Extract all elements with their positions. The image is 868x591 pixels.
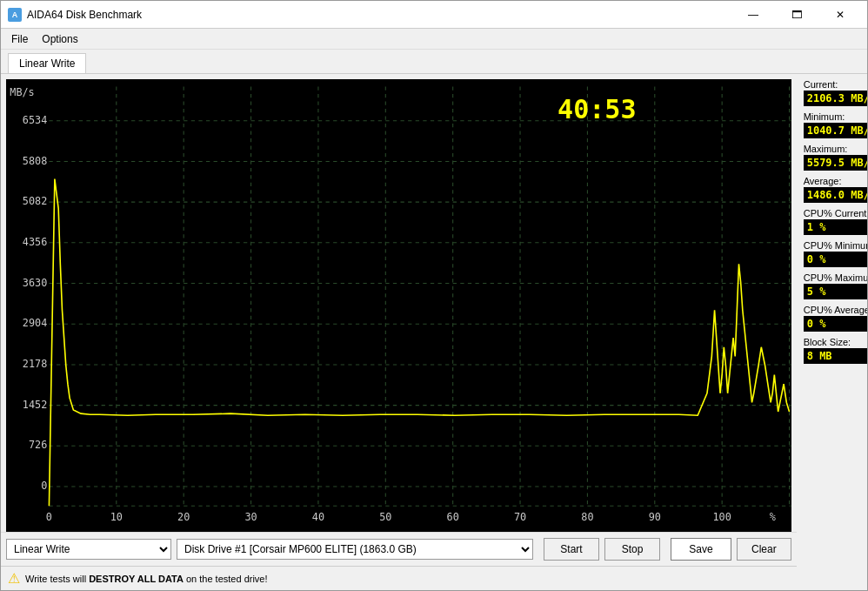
svg-text:30: 30 xyxy=(244,511,257,523)
menu-bar: File Options xyxy=(1,29,867,50)
start-button[interactable]: Start xyxy=(544,538,599,561)
tab-linear-write[interactable]: Linear Write xyxy=(8,53,86,73)
stat-average: Average: 1486.0 MB/s xyxy=(804,176,867,203)
average-label: Average: xyxy=(804,176,867,186)
stat-cpu-minimum: CPU% Minimum: 0 % xyxy=(804,240,867,267)
save-button[interactable]: Save xyxy=(671,538,731,561)
svg-text:2178: 2178 xyxy=(23,358,47,370)
svg-rect-0 xyxy=(6,79,791,532)
cpu-current-label: CPU% Current: xyxy=(804,208,867,218)
block-size-value: 8 MB xyxy=(804,348,867,364)
svg-text:%: % xyxy=(770,511,776,523)
close-button[interactable]: ✕ xyxy=(820,3,860,27)
stat-block-size: Block Size: 8 MB xyxy=(804,337,867,364)
svg-text:40: 40 xyxy=(312,511,324,523)
stat-cpu-average: CPU% Average: 0 % xyxy=(804,305,867,332)
svg-text:50: 50 xyxy=(379,511,391,523)
svg-text:70: 70 xyxy=(514,511,526,523)
minimize-button[interactable]: — xyxy=(733,3,773,27)
svg-text:20: 20 xyxy=(177,511,190,523)
stat-current: Current: 2106.3 MB/s xyxy=(804,79,867,106)
current-value: 2106.3 MB/s xyxy=(804,91,867,106)
app-icon: A xyxy=(8,8,22,22)
clear-button[interactable]: Clear xyxy=(737,538,791,561)
svg-text:90: 90 xyxy=(649,511,661,523)
stat-cpu-maximum: CPU% Maximum: 5 % xyxy=(804,272,867,299)
cpu-average-label: CPU% Average: xyxy=(804,305,867,315)
svg-text:5082: 5082 xyxy=(23,195,47,207)
stop-button[interactable]: Stop xyxy=(604,538,660,561)
block-size-label: Block Size: xyxy=(804,337,867,347)
svg-text:726: 726 xyxy=(29,440,47,452)
minimum-value: 1040.7 MB/s xyxy=(804,123,867,138)
svg-text:MB/s: MB/s xyxy=(10,86,34,98)
menu-file[interactable]: File xyxy=(4,31,35,47)
cpu-maximum-label: CPU% Maximum: xyxy=(804,272,867,283)
warning-bar: ⚠ Write tests will DESTROY ALL DATA on t… xyxy=(1,566,797,590)
main-area: 6534 5808 5082 4356 3630 2904 2178 1452 … xyxy=(1,74,867,590)
svg-text:10: 10 xyxy=(110,511,123,523)
test-type-select[interactable]: Linear Write xyxy=(6,539,171,560)
warning-icon: ⚠ xyxy=(8,570,20,587)
svg-text:1452: 1452 xyxy=(23,399,47,411)
svg-text:5808: 5808 xyxy=(23,155,47,167)
drive-select[interactable]: Disk Drive #1 [Corsair MP600 ELITE] (186… xyxy=(177,539,533,560)
warning-text: Write tests will DESTROY ALL DATA on the… xyxy=(25,574,268,584)
maximize-button[interactable]: 🗖 xyxy=(777,3,817,27)
cpu-current-value: 1 % xyxy=(804,219,867,235)
menu-options[interactable]: Options xyxy=(35,31,84,47)
main-window: A AIDA64 Disk Benchmark — 🗖 ✕ File Optio… xyxy=(0,0,868,591)
cpu-maximum-value: 5 % xyxy=(804,284,867,299)
cpu-average-value: 0 % xyxy=(804,316,867,332)
svg-text:40:53: 40:53 xyxy=(558,94,637,124)
average-value: 1486.0 MB/s xyxy=(804,187,867,203)
svg-text:3630: 3630 xyxy=(23,277,47,289)
chart-svg: 6534 5808 5082 4356 3630 2904 2178 1452 … xyxy=(6,79,791,532)
cpu-minimum-label: CPU% Minimum: xyxy=(804,240,867,251)
svg-text:4356: 4356 xyxy=(23,236,47,248)
window-controls: — 🗖 ✕ xyxy=(733,3,860,27)
minimum-label: Minimum: xyxy=(804,111,867,122)
maximum-value: 5579.5 MB/s xyxy=(804,155,867,171)
svg-text:60: 60 xyxy=(447,511,459,523)
stat-minimum: Minimum: 1040.7 MB/s xyxy=(804,111,867,138)
current-label: Current: xyxy=(804,79,867,90)
svg-text:0: 0 xyxy=(41,480,47,492)
svg-text:2904: 2904 xyxy=(23,317,47,329)
title-bar: A AIDA64 Disk Benchmark — 🗖 ✕ xyxy=(1,1,867,29)
svg-text:6534: 6534 xyxy=(23,114,47,126)
chart-container: 6534 5808 5082 4356 3630 2904 2178 1452 … xyxy=(6,79,791,532)
controls-row: Linear Write Disk Drive #1 [Corsair MP60… xyxy=(6,538,791,561)
svg-text:80: 80 xyxy=(581,511,593,523)
maximum-label: Maximum: xyxy=(804,144,867,154)
stat-cpu-current: CPU% Current: 1 % xyxy=(804,208,867,235)
cpu-minimum-value: 0 % xyxy=(804,252,867,267)
bottom-controls: Linear Write Disk Drive #1 [Corsair MP60… xyxy=(1,532,797,566)
svg-text:100: 100 xyxy=(712,511,731,523)
stat-maximum: Maximum: 5579.5 MB/s xyxy=(804,144,867,171)
tab-bar: Linear Write xyxy=(1,50,867,74)
window-title: AIDA64 Disk Benchmark xyxy=(27,9,733,21)
right-panel: Current: 2106.3 MB/s Minimum: 1040.7 MB/… xyxy=(797,74,867,590)
svg-text:0: 0 xyxy=(46,511,52,523)
chart-section: 6534 5808 5082 4356 3630 2904 2178 1452 … xyxy=(1,74,797,590)
